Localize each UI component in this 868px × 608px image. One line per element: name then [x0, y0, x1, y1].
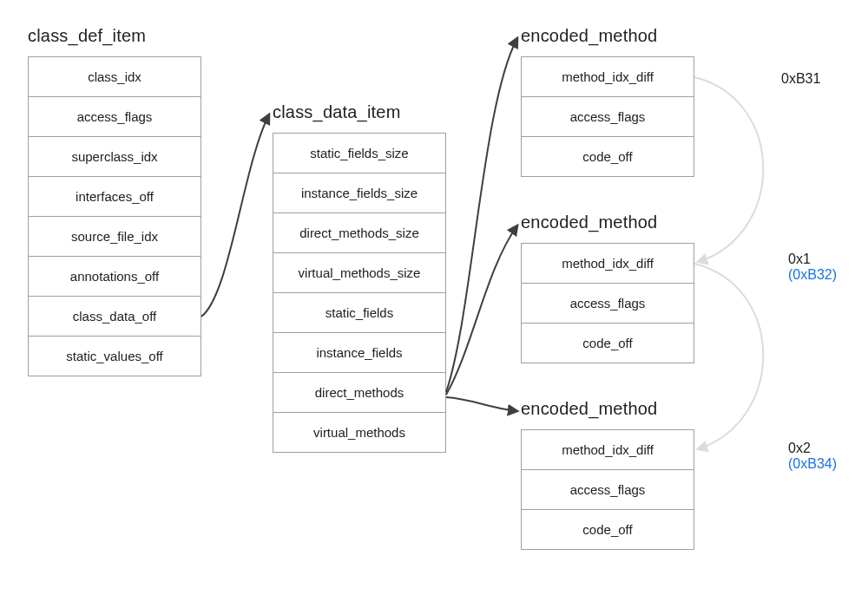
annotation-3-value: 0x2 — [788, 441, 837, 456]
annotation-3-computed: (0xB34) — [788, 456, 837, 472]
table-row: source_file_idx — [29, 217, 201, 257]
table-row: code_off — [522, 137, 694, 177]
table-row: method_idx_diff — [522, 244, 694, 284]
table-row: access_flags — [29, 97, 201, 137]
table-row: class_data_off — [29, 297, 201, 337]
encoded-method-2-table: method_idx_diff access_flags code_off — [521, 243, 694, 363]
encoded-method-3-title: encoded_method — [521, 399, 694, 419]
annotation-2: 0x1 (0xB32) — [788, 252, 837, 283]
class-def-item-table: class_idx access_flags superclass_idx in… — [28, 56, 201, 376]
encoded-method-2-block: encoded_method method_idx_diff access_fl… — [521, 212, 694, 363]
table-row: annotations_off — [29, 257, 201, 297]
table-row: access_flags — [522, 470, 694, 510]
table-row: class_idx — [29, 57, 201, 97]
class-def-item-title: class_def_item — [28, 26, 201, 46]
arrow-directmethods-to-em3 — [446, 397, 517, 411]
table-row: access_flags — [522, 97, 694, 137]
table-row: instance_fields — [273, 333, 445, 373]
encoded-method-3-block: encoded_method method_idx_diff access_fl… — [521, 399, 694, 550]
class-data-item-table: static_fields_size instance_fields_size … — [273, 133, 446, 453]
table-row: virtual_methods — [273, 413, 445, 453]
encoded-method-1-title: encoded_method — [521, 26, 694, 46]
arrow-classdef-to-classdata — [201, 114, 269, 317]
table-row: code_off — [522, 510, 694, 550]
encoded-method-2-title: encoded_method — [521, 212, 694, 232]
annotation-3: 0x2 (0xB34) — [788, 441, 837, 472]
table-row: static_fields — [273, 293, 445, 333]
table-row: static_fields_size — [273, 134, 445, 173]
table-row: instance_fields_size — [273, 173, 445, 213]
table-row: interfaces_off — [29, 177, 201, 217]
class-data-item-title: class_data_item — [273, 102, 446, 122]
table-row: superclass_idx — [29, 137, 201, 177]
table-row: code_off — [522, 324, 694, 363]
table-row: direct_methods_size — [273, 213, 445, 253]
table-row: access_flags — [522, 284, 694, 324]
arrow-em2-to-em3 — [694, 264, 763, 449]
table-row: static_values_off — [29, 337, 201, 376]
class-def-item-block: class_def_item class_idx access_flags su… — [28, 26, 201, 376]
table-row: method_idx_diff — [522, 57, 694, 97]
encoded-method-1-block: encoded_method method_idx_diff access_fl… — [521, 26, 694, 177]
encoded-method-3-table: method_idx_diff access_flags code_off — [521, 429, 694, 550]
annotation-2-computed: (0xB32) — [788, 267, 837, 283]
annotation-2-value: 0x1 — [788, 252, 837, 267]
arrow-em1-to-em2 — [694, 77, 763, 262]
arrow-directmethods-to-em1 — [446, 38, 517, 392]
encoded-method-1-table: method_idx_diff access_flags code_off — [521, 56, 694, 177]
table-row: method_idx_diff — [522, 430, 694, 470]
table-row: virtual_methods_size — [273, 253, 445, 293]
arrow-directmethods-to-em2 — [446, 226, 517, 395]
class-data-item-block: class_data_item static_fields_size insta… — [273, 102, 446, 453]
annotation-1: 0xB31 — [781, 71, 820, 87]
annotation-1-value: 0xB31 — [781, 71, 820, 87]
table-row: direct_methods — [273, 373, 445, 413]
